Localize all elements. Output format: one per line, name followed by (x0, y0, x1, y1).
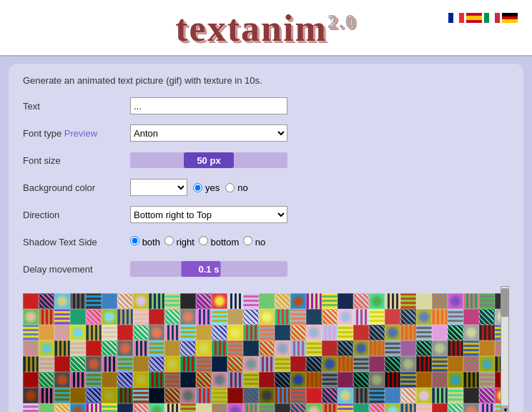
texture-cell[interactable] (133, 325, 149, 340)
texture-cell[interactable] (479, 325, 495, 340)
bg-yes-radio[interactable] (193, 183, 202, 192)
texture-cell[interactable] (259, 293, 275, 309)
texture-cell[interactable] (243, 403, 259, 412)
texture-cell[interactable] (432, 325, 448, 340)
font-select[interactable]: Anton Arial Times New Roman Verdana Geor… (130, 124, 287, 142)
texture-cell[interactable] (180, 325, 196, 340)
texture-cell[interactable] (479, 372, 495, 388)
texture-cell[interactable] (290, 356, 306, 372)
texture-cell[interactable] (180, 356, 196, 372)
texture-cell[interactable] (54, 403, 70, 412)
texture-cell[interactable] (39, 403, 54, 412)
shadow-bottom-label[interactable]: bottom (199, 236, 239, 247)
texture-cell[interactable] (369, 309, 385, 325)
texture-cell[interactable] (243, 340, 259, 356)
texture-cell[interactable] (149, 309, 164, 325)
texture-cell[interactable] (23, 325, 39, 340)
texture-cell[interactable] (243, 325, 259, 340)
texture-cell[interactable] (212, 372, 227, 388)
shadow-bottom-radio[interactable] (199, 236, 208, 245)
texture-cell[interactable] (102, 325, 117, 340)
texture-cell[interactable] (164, 356, 180, 372)
texture-cell[interactable] (259, 388, 275, 403)
texture-cell[interactable] (212, 309, 227, 325)
texture-cell[interactable] (306, 356, 322, 372)
texture-cell[interactable] (117, 309, 133, 325)
texture-cell[interactable] (479, 403, 495, 412)
texture-cell[interactable] (133, 340, 149, 356)
texture-cell[interactable] (117, 293, 133, 309)
texture-cell[interactable] (275, 372, 290, 388)
texture-cell[interactable] (196, 293, 212, 309)
texture-cell[interactable] (23, 309, 39, 325)
texture-cell[interactable] (385, 403, 400, 412)
texture-cell[interactable] (243, 309, 259, 325)
texture-cell[interactable] (227, 309, 243, 325)
texture-cell[interactable] (180, 340, 196, 356)
texture-cell[interactable] (353, 325, 369, 340)
texture-cell[interactable] (54, 325, 70, 340)
texture-cell[interactable] (86, 403, 102, 412)
texture-cell[interactable] (290, 325, 306, 340)
texture-cell[interactable] (149, 293, 164, 309)
texture-cell[interactable] (353, 403, 369, 412)
texture-cell[interactable] (133, 356, 149, 372)
texture-cell[interactable] (86, 325, 102, 340)
texture-cell[interactable] (149, 388, 164, 403)
bg-yes-label[interactable]: yes (193, 182, 220, 193)
texture-cell[interactable] (23, 388, 39, 403)
texture-cell[interactable] (70, 372, 86, 388)
texture-cell[interactable] (196, 325, 212, 340)
texture-cell[interactable] (23, 403, 39, 412)
texture-cell[interactable] (133, 388, 149, 403)
texture-cell[interactable] (338, 340, 353, 356)
texture-cell[interactable] (416, 403, 432, 412)
texture-cell[interactable] (322, 372, 338, 388)
texture-cell[interactable] (70, 388, 86, 403)
texture-cell[interactable] (306, 309, 322, 325)
texture-cell[interactable] (369, 340, 385, 356)
texture-cell[interactable] (133, 403, 149, 412)
texture-cell[interactable] (385, 388, 400, 403)
shadow-right-label[interactable]: right (164, 236, 194, 247)
texture-cell[interactable] (117, 388, 133, 403)
texture-cell[interactable] (39, 356, 54, 372)
texture-cell[interactable] (400, 309, 416, 325)
texture-cell[interactable] (463, 340, 479, 356)
texture-cell[interactable] (416, 340, 432, 356)
texture-cell[interactable] (306, 388, 322, 403)
texture-cell[interactable] (463, 356, 479, 372)
texture-cell[interactable] (227, 293, 243, 309)
texture-cell[interactable] (479, 388, 495, 403)
texture-cell[interactable] (259, 403, 275, 412)
texture-cell[interactable] (275, 356, 290, 372)
texture-cell[interactable] (306, 372, 322, 388)
texture-cell[interactable] (212, 293, 227, 309)
texture-cell[interactable] (86, 309, 102, 325)
texture-cell[interactable] (463, 388, 479, 403)
texture-cell[interactable] (70, 403, 86, 412)
texture-cell[interactable] (338, 293, 353, 309)
scrollbar-thumb[interactable] (501, 288, 508, 317)
flag-fr[interactable] (448, 13, 464, 23)
texture-cell[interactable] (149, 325, 164, 340)
texture-cell[interactable] (463, 403, 479, 412)
texture-cell[interactable] (338, 372, 353, 388)
shadow-both-radio[interactable] (130, 236, 139, 245)
texture-cell[interactable] (149, 340, 164, 356)
texture-cell[interactable] (385, 356, 400, 372)
texture-cell[interactable] (196, 372, 212, 388)
texture-cell[interactable] (212, 388, 227, 403)
texture-scrollbar[interactable]: ▼ (501, 286, 509, 412)
texture-cell[interactable] (369, 356, 385, 372)
texture-cell[interactable] (448, 356, 463, 372)
texture-cell[interactable] (322, 293, 338, 309)
texture-cell[interactable] (54, 293, 70, 309)
texture-cell[interactable] (39, 388, 54, 403)
texture-cell[interactable] (196, 388, 212, 403)
texture-cell[interactable] (86, 340, 102, 356)
texture-cell[interactable] (463, 325, 479, 340)
shadow-no-label[interactable]: no (243, 236, 265, 247)
direction-select[interactable]: Bottom right to Top Left to Right Right … (130, 206, 287, 223)
texture-cell[interactable] (432, 340, 448, 356)
